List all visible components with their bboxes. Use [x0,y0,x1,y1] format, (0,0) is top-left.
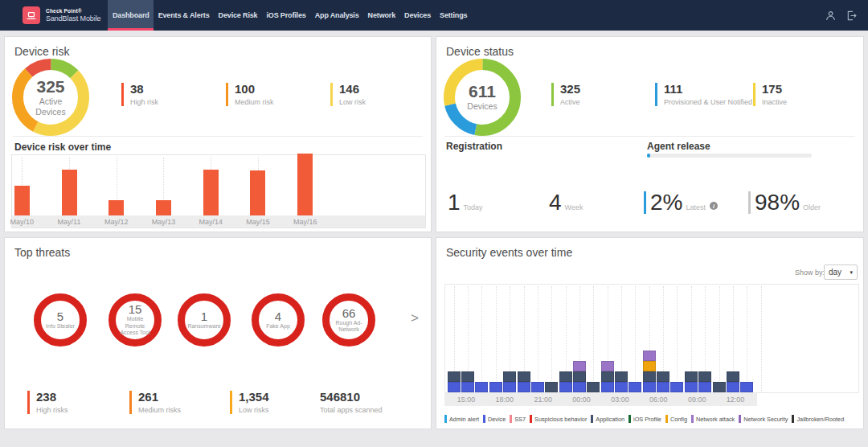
threat-count: 1 [201,310,207,322]
threat-count: 4 [275,310,281,322]
registration-title: Registration [446,141,502,152]
top-threats-circles: 5Info Stealer15Mobile Remote Access Tool… [5,238,431,429]
nav-tab-app-analysis[interactable]: App Analysis [310,0,363,31]
brand-product: SandBlast Mobile [46,14,100,23]
threat-circle-ransomware[interactable]: 1Ransomware [178,293,231,347]
threat-label: Rough Ad- Network [330,320,367,334]
legend-item-config: Config [665,415,687,423]
x-label: 21:00 [534,396,552,404]
security-events-x-axis: 15:0018:0021:0000:0003:0006:0009:0012:00 [444,393,757,406]
event-bar-segment-device [573,382,586,392]
event-bar-segment-application [503,371,516,382]
event-bar-segment-network_attack [643,351,656,361]
stat-value: 261 [138,391,181,404]
legend-mark [591,415,593,423]
registration-week-value: 4 [549,191,562,214]
agent-latest-value: 2% [650,191,682,214]
nav-tab-settings[interactable]: Settings [436,0,472,31]
brand-text: Check Point® SandBlast Mobile [46,8,100,23]
x-label: May/13 [152,218,176,226]
user-icon[interactable] [825,10,836,21]
event-bar-segment-network_attack [573,361,586,371]
device-status-title: Device status [446,45,514,58]
event-bar-segment-application [643,371,656,382]
event-bar-segment-application [657,371,669,382]
event-bar-segment-application [518,371,530,382]
agent-older-value: 98% [755,191,800,214]
event-bar-segment-device [698,382,711,392]
nav-tab-ios-profiles[interactable]: iOS Profiles [262,0,310,31]
registration-week-label: Week [565,203,583,211]
event-bar-segment-application [448,371,461,382]
legend-label: Network Security [743,416,788,423]
legend-item-ios-profile: iOS Profile [628,415,661,423]
threat-count: 66 [342,307,356,319]
event-bar-segment-device [615,382,628,392]
x-label: 12:00 [727,396,745,404]
stat-label: Low risk [339,98,366,106]
more-threats-arrow[interactable]: > [411,310,419,326]
security-events-legend: Admin alertDeviceSS7Suspicious behaviorA… [444,415,844,423]
registration-today-label: Today [464,203,483,211]
threat-circle-mobile-remote-access-tool[interactable]: 15Mobile Remote Access Tool [108,293,162,347]
x-label: May/15 [246,218,270,226]
nav-tab-devices[interactable]: Devices [400,0,436,31]
legend-item-device: Device [483,415,506,423]
stat-value: 175 [762,83,787,96]
stat-value: 546810 [320,391,383,404]
event-bar-segment-application [727,371,739,382]
x-label: 03:00 [611,396,629,404]
gridline [747,286,747,392]
gridline [677,286,678,392]
legend-label: SS7 [514,416,526,423]
show-by-select[interactable]: day ▾ [824,265,858,280]
device-status-donut-center: 611 Devices [444,59,521,136]
stat-label: Inactive [762,98,787,106]
legend-label: Suspicious behavior [534,416,587,423]
top-threats-stats: 238High risks261Medium risks1,354Low ris… [5,238,431,429]
event-bar-segment-application [559,371,572,382]
x-label: 15:00 [457,396,476,404]
threat-circle-info-stealer[interactable]: 5Info Stealer [34,293,87,347]
threat-circle-fake-app[interactable]: 4Fake App [252,293,305,347]
agent-older-label: Older [803,203,821,211]
risk-bar-may-14 [203,170,219,215]
active-devices-label: Active Devices [29,96,73,116]
info-icon[interactable]: i [710,202,718,210]
nav-tab-events-alerts[interactable]: Events & Alerts [154,0,214,31]
agent-older-stat: 98% Older [748,191,821,214]
x-label: May/14 [199,218,223,226]
chevron-down-icon: ▾ [850,269,853,276]
threat-circle-rough-ad-network[interactable]: 66Rough Ad- Network [322,293,375,347]
registration-week-stat: 4 Week [549,191,583,214]
event-bar-segment-device [628,382,641,392]
registration-today-stat: 1 Today [448,191,483,214]
x-label: May/10 [10,218,35,226]
logout-icon[interactable] [846,10,857,21]
stat-value: 100 [235,83,274,96]
event-bar-segment-device [740,382,753,392]
stat-label: Medium risk [235,98,274,106]
event-bar-segment-config [643,361,656,371]
stat-high-risks: 238High risks [27,391,68,414]
stat-value: 146 [339,83,366,96]
top-threats-title: Top threats [14,246,70,259]
show-by-value: day [829,268,841,277]
stat-low-risks: 1,354Low risks [230,391,269,414]
legend-item-network-security: Network Security [739,415,788,423]
stat-active: 325Active [551,83,580,106]
legend-item-network-attack: Network attack [691,415,735,423]
stat-label: High risk [130,98,158,106]
agent-release-progress-fill [647,154,650,158]
nav-tab-network[interactable]: Network [363,0,399,31]
device-risk-over-time-title: Device risk over time [14,141,111,153]
legend-mark [739,415,741,423]
top-nav: Check Point® SandBlast Mobile DashboardE… [0,0,868,31]
legend-mark [691,415,694,423]
nav-tab-device-risk[interactable]: Device Risk [214,0,262,31]
stat-value: 111 [664,83,752,96]
legend-mark [628,415,631,423]
legend-label: Application [596,416,624,423]
nav-tab-dashboard[interactable]: Dashboard [108,0,154,31]
threat-label: Info Stealer [42,323,79,330]
